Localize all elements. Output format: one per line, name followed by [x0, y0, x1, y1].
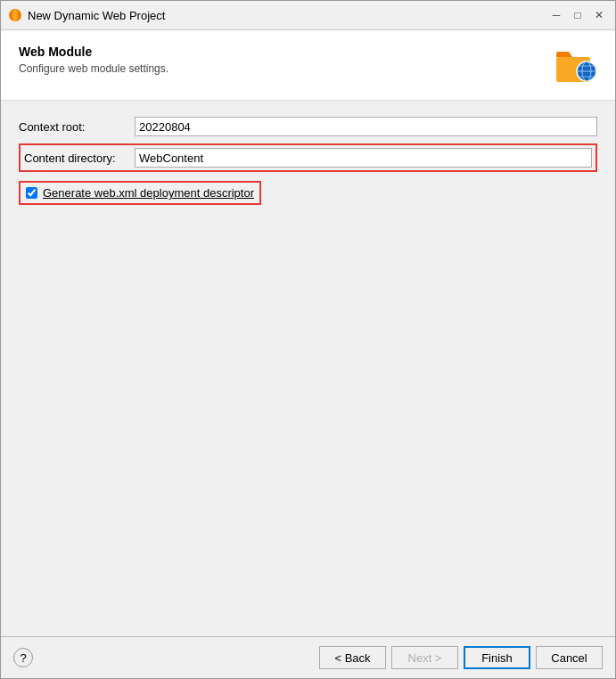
checkbox-row: Generate web.xml deployment descriptor: [19, 181, 261, 205]
finish-button[interactable]: Finish: [464, 646, 530, 669]
header-text: Web Module Configure web module settings…: [19, 45, 168, 75]
generate-xml-checkbox[interactable]: [26, 187, 37, 199]
context-root-input[interactable]: [135, 117, 597, 136]
context-root-label: Context root:: [19, 120, 135, 134]
maximize-button[interactable]: □: [569, 6, 587, 24]
help-button[interactable]: ?: [13, 648, 33, 667]
generate-xml-label[interactable]: Generate web.xml deployment descriptor: [43, 186, 254, 200]
content-directory-row: Content directory:: [19, 143, 597, 172]
back-button[interactable]: < Back: [319, 646, 386, 669]
title-bar: New Dynamic Web Project ─ □ ✕: [1, 1, 615, 30]
content-directory-input[interactable]: [135, 148, 592, 168]
minimize-button[interactable]: ─: [547, 6, 565, 24]
footer-right: < Back Next > Finish Cancel: [319, 646, 603, 669]
page-title: Web Module: [19, 45, 168, 59]
content-directory-label: Content directory:: [24, 151, 135, 165]
close-button[interactable]: ✕: [590, 6, 608, 24]
title-bar-left: New Dynamic Web Project: [8, 8, 165, 22]
context-root-row: Context root:: [19, 117, 597, 136]
folder-globe-icon: [554, 45, 597, 87]
header-section: Web Module Configure web module settings…: [1, 30, 615, 101]
footer: ? < Back Next > Finish Cancel: [1, 636, 615, 678]
page-subtitle: Configure web module settings.: [19, 62, 168, 75]
window-title: New Dynamic Web Project: [28, 9, 165, 22]
header-icon: [554, 45, 597, 87]
next-button[interactable]: Next >: [391, 646, 458, 669]
app-icon: [8, 8, 22, 22]
form-section: Context root: Content directory: Generat…: [1, 101, 615, 636]
dialog-window: New Dynamic Web Project ─ □ ✕ Web Module…: [0, 0, 616, 679]
footer-left: ?: [13, 648, 33, 667]
cancel-button[interactable]: Cancel: [536, 646, 603, 669]
svg-point-1: [12, 9, 18, 21]
title-bar-controls: ─ □ ✕: [547, 6, 608, 24]
